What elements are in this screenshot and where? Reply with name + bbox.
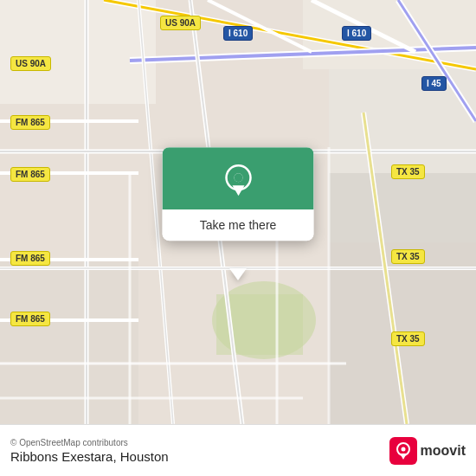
badge-fm865-1: FM 865 [10, 115, 50, 130]
svg-point-40 [234, 173, 242, 182]
badge-fm865-4: FM 865 [10, 312, 50, 326]
badge-fm865-3: FM 865 [10, 251, 50, 266]
badge-tx35-3: TX 35 [391, 331, 425, 346]
location-popup: Take me there [163, 147, 314, 241]
badge-us90a-left: US 90A [10, 56, 51, 71]
moovit-icon [389, 437, 417, 465]
svg-marker-39 [232, 185, 244, 196]
badge-us90a-top: US 90A [160, 16, 201, 30]
map-container: US 90A US 90A FM 865 FM 865 FM 865 FM 86… [0, 0, 476, 424]
badge-tx35-2: TX 35 [391, 249, 425, 264]
attribution-text: © OpenStreetMap contributors [10, 438, 169, 447]
badge-i610-center: I 610 [223, 26, 253, 41]
bottom-left: © OpenStreetMap contributors Ribbons Exe… [10, 438, 169, 464]
svg-rect-1 [0, 0, 156, 104]
place-name: Ribbons Exestara, Houston [10, 449, 169, 464]
popup-header [163, 147, 314, 209]
badge-i45: I 45 [421, 76, 447, 91]
moovit-pin-icon [393, 441, 414, 461]
moovit-text: moovit [421, 443, 466, 459]
popup-tail [229, 268, 247, 280]
moovit-logo: moovit [389, 437, 466, 465]
bottom-bar: © OpenStreetMap contributors Ribbons Exe… [0, 424, 476, 476]
location-pin-icon [220, 163, 256, 199]
take-me-there-button[interactable]: Take me there [163, 209, 314, 241]
badge-fm865-2: FM 865 [10, 167, 50, 182]
badge-i610-right: I 610 [342, 26, 371, 41]
badge-tx35-1: TX 35 [391, 164, 425, 179]
svg-marker-43 [400, 453, 407, 460]
svg-point-42 [401, 447, 405, 451]
